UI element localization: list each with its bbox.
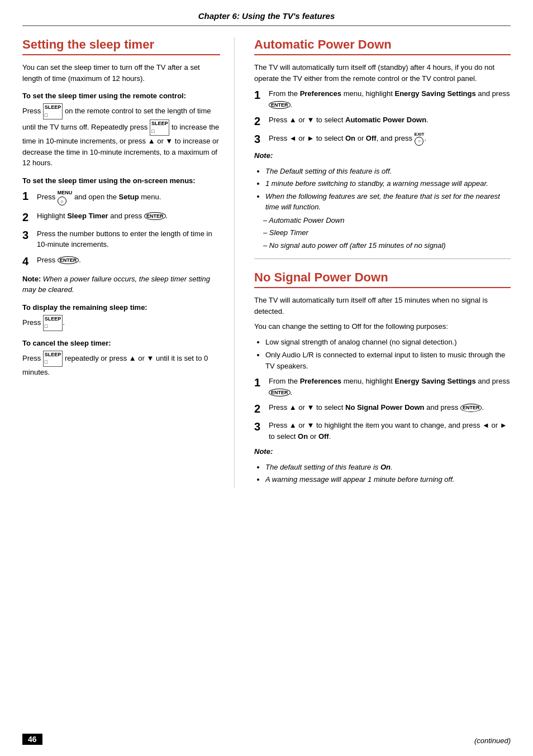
menu-icon: MENU○ xyxy=(58,189,73,206)
sleep-button-icon2: SLEEP□ xyxy=(150,119,170,136)
display-remaining-text: Press SLEEP□. xyxy=(22,315,220,331)
page-number: 46 xyxy=(22,734,42,745)
chapter-title: Chapter 6: Using the TV's features xyxy=(198,11,335,21)
auto-power-steps: 1 From the Preferences menu, highlight E… xyxy=(254,88,511,146)
no-signal-bullets: Low signal strength of analog channel (n… xyxy=(254,337,511,372)
enter-button-icon4: ENTER xyxy=(269,389,291,397)
left-column: Setting the sleep timer You can set the … xyxy=(22,37,235,487)
sleep-button-icon3: SLEEP□ xyxy=(43,315,63,331)
no-signal-step-1: 1 From the Preferences menu, highlight E… xyxy=(254,376,511,398)
no-signal-note-1: The default setting of this feature is O… xyxy=(265,462,511,473)
step-3: 3 Press the number buttons to enter the … xyxy=(22,228,220,250)
auto-note-1: The Default setting of this feature is o… xyxy=(265,166,511,177)
no-signal-bullet-2: Only Audio L/R is connected to external … xyxy=(265,350,511,371)
auto-step-1: 1 From the Preferences menu, highlight E… xyxy=(254,88,511,110)
section-divider xyxy=(254,259,511,259)
continued-label: (continued) xyxy=(474,736,511,745)
enter-button-icon: ENTER xyxy=(144,212,166,221)
step-1: 1 Press MENU○ and open the Setup menu. xyxy=(22,189,220,206)
auto-note-3: When the following features are set, the… xyxy=(265,191,511,213)
no-signal-notes-list: The default setting of this feature is O… xyxy=(254,462,511,485)
cancel-timer-subtitle: To cancel the sleep timer: xyxy=(22,339,220,347)
auto-step-2: 2 Press ▲ or ▼ to select Automatic Power… xyxy=(254,114,511,128)
no-signal-step-2: 2 Press ▲ or ▼ to select No Signal Power… xyxy=(254,402,511,415)
no-signal-intro2: You can change the setting to Off for th… xyxy=(254,321,511,332)
no-signal-title: No Signal Power Down xyxy=(254,270,511,288)
dash-item-1: Automatic Power Down xyxy=(263,215,511,226)
dash-item-3: No signal auto power off (after 15 minut… xyxy=(263,240,511,251)
page: Chapter 6: Using the TV's features Setti… xyxy=(0,0,533,756)
exit-icon: EXIT○ xyxy=(415,132,425,146)
no-signal-bullet-1: Low signal strength of analog channel (n… xyxy=(265,337,511,348)
display-remaining-subtitle: To display the remaining sleep time: xyxy=(22,303,220,312)
auto-note-2: 1 minute before switching to standby, a … xyxy=(265,178,511,189)
sleep-timer-intro: You can set the sleep timer to turn off … xyxy=(22,62,220,84)
no-signal-section: No Signal Power Down The TV will automat… xyxy=(254,270,511,485)
sleep-timer-title: Setting the sleep timer xyxy=(22,37,220,55)
no-signal-step-3: 3 Press ▲ or ▼ to highlight the item you… xyxy=(254,420,511,442)
enter-button-icon5: ENTER xyxy=(460,404,482,412)
no-signal-note-label: Note: xyxy=(254,446,511,457)
right-column: Automatic Power Down The TV will automat… xyxy=(251,37,511,487)
auto-power-down-title: Automatic Power Down xyxy=(254,37,511,55)
no-signal-intro1: The TV will automatically turn itself of… xyxy=(254,295,511,317)
note-power-failure: Note: When a power failure occurs, the s… xyxy=(22,274,220,295)
step-4: 4 Press ENTER. xyxy=(22,255,220,268)
auto-notes-list: The Default setting of this feature is o… xyxy=(254,166,511,213)
onscreen-subtitle: To set the sleep timer using the on-scre… xyxy=(22,176,220,185)
sleep-button-icon: SLEEP□ xyxy=(43,103,63,119)
chapter-header: Chapter 6: Using the TV's features xyxy=(22,11,511,26)
auto-step-3: 3 Press ◄ or ► to select On or Off, and … xyxy=(254,132,511,146)
enter-button-icon3: ENTER xyxy=(269,101,291,109)
enter-button-icon2: ENTER xyxy=(58,256,79,265)
cancel-timer-text: Press SLEEP□ repeatedly or press ▲ or ▼ … xyxy=(22,351,220,378)
no-signal-steps: 1 From the Preferences menu, highlight E… xyxy=(254,376,511,442)
auto-dash-list: Automatic Power Down Sleep Timer No sign… xyxy=(254,215,511,251)
sleep-button-icon4: SLEEP□ xyxy=(43,351,63,367)
step-2: 2 Highlight Sleep Timer and press ENTER. xyxy=(22,210,220,224)
auto-note-label: Note: xyxy=(254,150,511,161)
two-col-layout: Setting the sleep timer You can set the … xyxy=(22,37,511,487)
auto-power-down-intro: The TV will automatically turn itself of… xyxy=(254,62,511,84)
no-signal-note-2: A warning message will appear 1 minute b… xyxy=(265,474,511,485)
remote-control-text: Press SLEEP□ on the remote control to se… xyxy=(22,103,220,169)
dash-item-2: Sleep Timer xyxy=(263,227,511,238)
remote-control-subtitle: To set the sleep timer using the remote … xyxy=(22,92,220,100)
onscreen-steps: 1 Press MENU○ and open the Setup menu. 2… xyxy=(22,189,220,268)
